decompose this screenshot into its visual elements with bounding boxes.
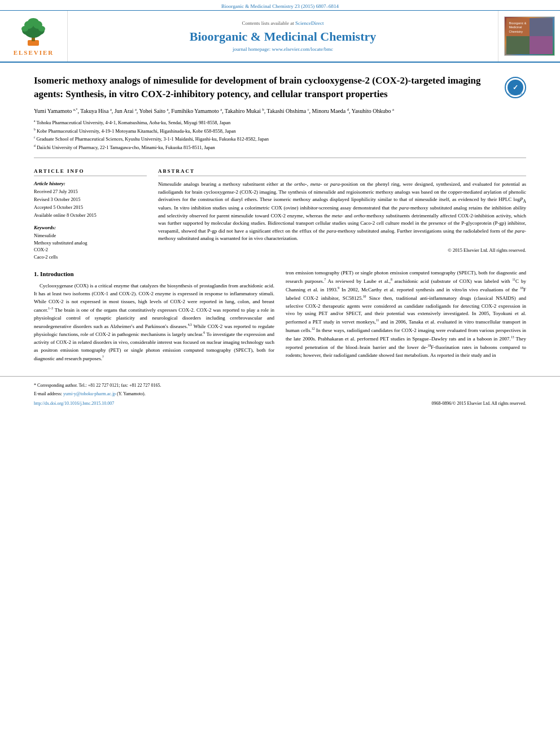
svg-rect-15 [530,36,553,54]
received-date: Received 27 July 2015 [34,189,147,195]
affil-b: b Kobe Pharmaceutical University, 4-19-1… [34,127,526,135]
footer-email-link[interactable]: yumi-y@tohoku-pharm.ac.jp [63,391,116,396]
article-title-area: Isomeric methoxy analogs of nimesulide f… [34,74,526,101]
intro-para-1: Cyclooxygenase (COX) is a critical enzym… [34,282,274,363]
svg-rect-14 [506,36,530,54]
article-info-col: ARTICLE INFO Article history: Received 2… [34,168,147,261]
svg-point-9 [21,26,28,32]
svg-rect-13 [530,18,553,36]
affil-a: a Tohoku Pharmaceutical University, 4-4-… [34,119,526,126]
svg-text:Chemistry: Chemistry [509,30,523,33]
footer-doi[interactable]: http://dx.doi.org/10.1016/j.bmc.2015.10.… [34,401,114,406]
keyword-methoxy: Methoxy substituted analog [34,239,147,247]
intro-section-title: 1. Introduction [34,269,274,279]
journal-header-center: Contents lists available at ScienceDirec… [68,11,498,62]
journal-cover-image: Bioorganic & Medicinal Chemistry [504,16,555,56]
authors-line: Yumi Yamamoto a,*, Takuya Hisa a, Jun Ar… [34,107,526,115]
sciencedirect-link[interactable]: ScienceDirect [295,20,323,26]
intro-para-right-1: tron emission tomography (PET) or single… [286,269,526,360]
revised-date: Revised 3 October 2015 [34,196,147,203]
article-info-header: ARTICLE INFO [34,168,147,176]
footer-links: http://dx.doi.org/10.1016/j.bmc.2015.10.… [34,401,526,406]
svg-text:Bioorganic &: Bioorganic & [509,21,526,25]
page-footer: * Corresponding author. Tel.: +81 22 727… [0,376,560,409]
svg-text:CrossMark: CrossMark [509,92,523,95]
elsevier-logo-area: ELSEVIER [0,11,68,62]
article-title: Isomeric methoxy analogs of nimesulide f… [34,74,499,101]
keyword-cox2: COX-2 [34,246,147,254]
affil-d: d Daiichi University of Pharmacy, 22-1 T… [34,143,526,151]
abstract-col: ABSTRACT Nimesulide analogs bearing a me… [158,168,526,261]
affiliations: a Tohoku Pharmaceutical University, 4-4-… [34,119,526,151]
section-divider [34,158,526,158]
crossmark-icon: ✓ CrossMark [505,77,526,98]
svg-text:Medicinal: Medicinal [509,25,522,29]
elsevier-brand-text: ELSEVIER [14,49,54,56]
journal-main-title: Bioorganic & Medicinal Chemistry [190,29,377,44]
keyword-nimesulide: Nimesulide [34,232,147,239]
cover-image-svg: Bioorganic & Medicinal Chemistry [506,16,553,56]
svg-point-8 [28,18,39,26]
abstract-header: ABSTRACT [158,168,526,176]
page-header: ELSEVIER Contents lists available at Sci… [0,11,560,63]
article-history-title: Article history: [34,181,147,186]
abstract-copyright: © 2015 Elsevier Ltd. All rights reserved… [158,247,526,253]
journal-citation: Bioorganic & Medicinal Chemistry 23 (201… [221,3,339,9]
journal-homepage: journal homepage: www.elsevier.com/locat… [233,46,333,52]
accepted-date: Accepted 5 October 2015 [34,204,147,211]
svg-point-10 [38,26,45,32]
intro-col-right: tron emission tomography (PET) or single… [286,269,526,368]
keywords-label: Keywords: [34,225,147,230]
abstract-text: Nimesulide analogs bearing a methoxy sub… [158,181,526,243]
intro-col-left: 1. Introduction Cyclooxygenase (COX) is … [34,269,274,368]
elsevier-logo: ELSEVIER [14,16,54,56]
keywords-section: Keywords: Nimesulide Methoxy substituted… [34,225,147,261]
journal-cover-area: Bioorganic & Medicinal Chemistry [498,11,560,62]
elsevier-tree-icon [16,16,50,47]
introduction-section: 1. Introduction Cyclooxygenase (COX) is … [0,269,560,368]
info-abstract-row: ARTICLE INFO Article history: Received 2… [0,168,560,261]
available-date: Available online 8 October 2015 [34,212,147,219]
sciencedirect-line: Contents lists available at ScienceDirec… [242,20,324,26]
footer-issn: 0968-0896/© 2015 Elsevier Ltd. All right… [432,401,526,406]
affil-c: c Graduate School of Pharmaceutical Scie… [34,135,526,143]
journal-top-bar: Bioorganic & Medicinal Chemistry 23 (201… [0,0,560,11]
footer-email: E-mail address: yumi-y@tohoku-pharm.ac.j… [34,391,526,397]
keyword-caco2: Caco-2 cells [34,254,147,261]
footer-corresponding-author: * Corresponding author. Tel.: +81 22 727… [34,382,526,389]
article-section: Isomeric methoxy analogs of nimesulide f… [0,63,560,168]
svg-text:✓: ✓ [513,84,518,91]
